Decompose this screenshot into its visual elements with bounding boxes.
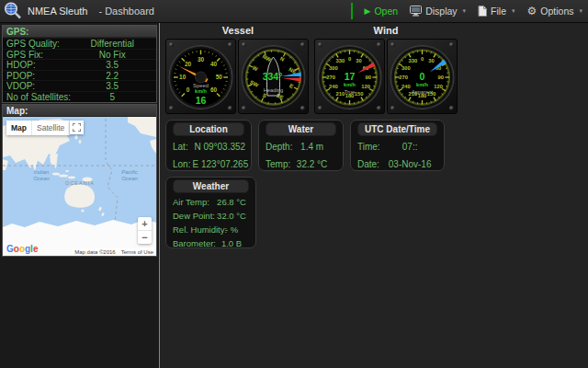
map-panel: Map: — [2, 104, 157, 257]
svg-text:120: 120 — [361, 84, 370, 89]
water-row: Temp:32.2 °C — [259, 155, 343, 173]
app-window: NMEA Sleuth - Dashboard ▶ Open Display ▾ — [0, 0, 588, 368]
display-menu[interactable]: Display ▾ — [410, 6, 466, 17]
svg-text:120: 120 — [434, 84, 443, 89]
menu-separator — [351, 3, 353, 19]
apparent-wind-gauge: 03060901201501802102402703003300km/hAppa… — [387, 39, 458, 114]
weather-panel-header: Weather — [173, 179, 249, 193]
svg-text:300: 300 — [401, 65, 411, 71]
svg-text:330: 330 — [408, 58, 417, 63]
location-row: Lon:E 123°07.265 — [166, 155, 251, 173]
svg-text:km/h: km/h — [416, 82, 428, 87]
svg-text:km/h: km/h — [344, 82, 356, 87]
open-button[interactable]: ▶ Open — [365, 6, 399, 17]
gps-panel-header: GPS: — [3, 26, 156, 38]
svg-text:50: 50 — [216, 74, 223, 80]
svg-text:17: 17 — [345, 71, 356, 82]
file-menu[interactable]: File ▾ — [478, 6, 514, 17]
svg-text:km/h: km/h — [195, 88, 207, 94]
fullscreen-button[interactable] — [70, 121, 84, 134]
heading-gauge: NNEESESSWWNW334°Heading — [238, 39, 309, 114]
water-row: Depth:1.4 m — [259, 138, 343, 155]
location-row: Lat:N 09°03.352 — [166, 138, 251, 155]
dew-point-value: 32.0 °C — [212, 209, 251, 223]
gps-row: GPS Quality:Differential — [3, 38, 156, 49]
svg-text:0: 0 — [420, 71, 425, 82]
barometer-label: Barometer: — [166, 238, 216, 248]
utc-row: Time:07:: — [351, 138, 444, 155]
lat-label: Lat: — [166, 142, 188, 152]
gps-label: GPS Fix: — [3, 50, 43, 60]
chevron-down-icon: ▾ — [579, 7, 582, 15]
map-label-pacific-ocean: Pacific — [121, 169, 138, 175]
map-attribution-bar: Map data ©2016 Terms of Use — [72, 248, 156, 256]
gps-row: HDOP:3.5 — [3, 59, 156, 70]
depth-value: 1.4 m — [285, 138, 339, 155]
gps-label: VDOP: — [3, 81, 35, 91]
time-value: 07:: — [379, 138, 440, 155]
svg-text:0: 0 — [187, 86, 190, 93]
svg-text:60: 60 — [210, 86, 218, 93]
water-panel: Water Depth:1.4 m Temp:32.2 °C — [258, 120, 344, 171]
gps-row: No of Satellites:5 — [3, 91, 156, 102]
zoom-out-button[interactable]: − — [138, 231, 152, 244]
google-logo[interactable]: Google — [6, 244, 38, 254]
lon-value: E 123°07.265 — [193, 155, 247, 173]
location-panel-header: Location — [173, 122, 244, 136]
svg-text:330: 330 — [335, 58, 345, 63]
sidebar-divider — [159, 23, 160, 368]
weather-row: Rel. Humidity:- % — [166, 223, 255, 236]
gps-label: PDOP: — [3, 71, 35, 81]
file-label: File — [491, 6, 506, 17]
options-menu[interactable]: ⚙ Options ▾ — [527, 6, 582, 17]
titlebar: NMEA Sleuth - Dashboard ▶ Open Display ▾ — [0, 0, 588, 23]
gps-row: PDOP:2.2 — [3, 70, 156, 81]
gps-row: GPS Fix:No Fix — [3, 49, 156, 60]
true-wind-gauge-dial: 030609012015018021024027030033017km/hTru… — [315, 43, 384, 111]
svg-text:30: 30 — [198, 56, 205, 63]
file-icon — [478, 6, 487, 17]
chevron-down-icon: ▾ — [512, 7, 515, 15]
menubar: ▶ Open Display ▾ File ▾ — [351, 0, 582, 22]
utc-panel: UTC Date/Time Time:07:: Date:03-Nov-16 — [350, 120, 445, 171]
map-canvas[interactable]: ASIA Indian Ocean OCEANIA Pacific Ocean … — [3, 117, 156, 256]
svg-text:30: 30 — [356, 58, 361, 63]
dew-point-label: Dew Point: — [166, 211, 215, 221]
page-name: - Dashboard — [98, 6, 154, 17]
open-label: Open — [374, 6, 398, 17]
chevron-down-icon: ▾ — [463, 7, 467, 15]
wind-section-header: Wind — [313, 25, 458, 37]
zoom-in-button[interactable]: + — [138, 217, 152, 230]
gps-panel: GPS: GPS Quality:Differential GPS Fix:No… — [2, 25, 157, 103]
display-icon — [410, 6, 422, 17]
svg-text:90: 90 — [366, 75, 371, 80]
svg-text:10: 10 — [179, 74, 187, 80]
heading-gauge-dial: NNEESESSWWNW334°Heading — [239, 43, 308, 111]
true-wind-gauge: 030609012015018021024027030033017km/hTru… — [314, 39, 385, 114]
gps-label: No of Satellites: — [3, 92, 71, 102]
map-label-indian-ocean-2: Ocean — [33, 176, 50, 181]
weather-row: Dew Point:32.0 °C — [166, 209, 255, 223]
gear-icon: ⚙ — [527, 6, 537, 17]
gps-row: VDOP:3.5 — [3, 80, 156, 91]
satellite-type-button[interactable]: Satellite — [32, 121, 70, 135]
utc-panel-header: UTC Date/Time — [357, 122, 437, 136]
gps-label: GPS Quality: — [3, 39, 60, 49]
svg-text:0: 0 — [348, 56, 351, 62]
terms-link[interactable]: Terms of Use — [121, 249, 153, 255]
gps-label: HDOP: — [3, 60, 36, 70]
water-temp-value: 32.2 °C — [285, 155, 339, 173]
window-title: NMEA Sleuth - Dashboard — [28, 0, 154, 22]
svg-text:16: 16 — [196, 95, 207, 106]
map-type-button[interactable]: Map — [6, 121, 32, 135]
air-temp-label: Air Temp: — [166, 197, 209, 207]
svg-text:150: 150 — [355, 91, 364, 97]
svg-text:270: 270 — [326, 75, 335, 80]
svg-text:90: 90 — [438, 75, 444, 80]
weather-panel: Weather Air Temp:26.8 °C Dew Point:32.0 … — [165, 177, 256, 248]
date-label: Date: — [351, 159, 379, 169]
svg-text:True: True — [345, 89, 356, 95]
vessel-section-header: Vessel — [164, 25, 311, 37]
svg-text:40: 40 — [210, 61, 218, 67]
speed-gauge-dial: 0102030405060Speedkm/h16 — [166, 43, 235, 111]
